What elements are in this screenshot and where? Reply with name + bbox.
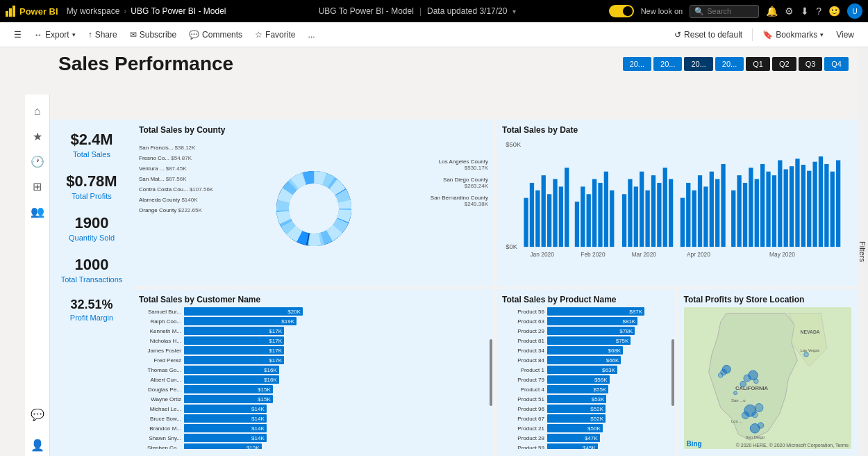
sidebar-favorites[interactable]: ★	[26, 125, 49, 147]
svg-rect-20	[565, 168, 569, 247]
reset-btn[interactable]: ↺ Reset to default	[669, 27, 748, 42]
logo: Power BI	[6, 6, 58, 17]
comments-btn[interactable]: 💬 Comments	[183, 27, 248, 42]
year-filter-2[interactable]: 20...	[653, 57, 682, 71]
date-chart-area: $50K $0K	[502, 138, 851, 279]
scrollbar[interactable]	[490, 339, 492, 406]
table-row: Product 81 $75K	[502, 336, 670, 345]
star-icon: ☆	[255, 30, 262, 40]
svg-rect-49	[755, 179, 759, 247]
bottom-right-charts: Total Sales by Product Name Product 56 $…	[496, 289, 857, 456]
favorite-btn[interactable]: ☆ Favorite	[249, 27, 301, 42]
svg-rect-18	[553, 179, 557, 247]
help-icon[interactable]: ?	[816, 6, 821, 17]
export-icon: ↔	[34, 30, 42, 40]
svg-point-10	[289, 184, 339, 234]
svg-rect-44	[721, 164, 725, 247]
table-row: Product 96 $52K	[502, 405, 670, 413]
download-icon[interactable]: ⬇	[801, 6, 809, 17]
quarter-filter-q2[interactable]: Q2	[772, 57, 796, 71]
dataset-info: UBG To Power BI - Model | Data updated 3…	[234, 6, 600, 16]
svg-text:NEVADA: NEVADA	[800, 329, 819, 334]
svg-text:Los ...: Los ...	[731, 419, 743, 423]
quarter-filter-q1[interactable]: Q1	[746, 57, 770, 71]
bookmarks-btn[interactable]: 🔖 Bookmarks ▾	[757, 27, 829, 42]
kpi-panel: $2.4M Total Sales $0.78M Total Profits 1…	[50, 120, 133, 456]
svg-rect-38	[686, 183, 690, 247]
svg-rect-2	[12, 6, 15, 17]
product-scrollbar[interactable]	[671, 339, 674, 406]
topbar-actions: New look on 🔍 🔔 ⚙ ⬇ ? 🙂 U	[609, 3, 862, 19]
map-chart: Total Profits by Store Location	[678, 289, 858, 456]
svg-rect-48	[749, 168, 753, 247]
filters-panel[interactable]: Filters	[857, 47, 868, 456]
svg-point-87	[758, 423, 764, 429]
share-btn[interactable]: ↑ Share	[83, 27, 123, 42]
more-btn[interactable]: ...	[302, 27, 320, 42]
page-title: Sales Performance	[58, 53, 623, 75]
search-input[interactable]	[707, 7, 756, 15]
sidebar-shared[interactable]: 👥	[26, 200, 49, 222]
bookmarks-chevron: ▾	[820, 31, 824, 38]
svg-rect-22	[581, 186, 585, 247]
subscribe-icon: ✉	[130, 30, 137, 40]
table-row: Product 79 $56K	[502, 375, 670, 384]
hamburger-btn[interactable]: ☰	[8, 27, 27, 42]
subscribe-btn[interactable]: ✉ Subscribe	[124, 27, 182, 42]
table-row: Product 67 $52K	[502, 414, 670, 423]
year-filter-3[interactable]: 20...	[684, 57, 712, 71]
new-look-toggle[interactable]	[609, 5, 634, 17]
sidebar-apps[interactable]: ⊞	[26, 175, 49, 197]
filter-buttons: 20... 20... 20... 20... Q1 Q2 Q3 Q4	[623, 57, 849, 71]
svg-point-78	[733, 391, 737, 395]
sidebar-profile[interactable]: 👤	[26, 434, 49, 456]
sidebar-chat[interactable]: 💬	[26, 403, 49, 425]
svg-text:San ...o: San ...o	[731, 398, 746, 402]
notification-icon[interactable]: 🔔	[766, 6, 778, 17]
date-chart: Total Sales by Date $50K $0K	[496, 120, 857, 286]
year-filter-4[interactable]: 20...	[715, 57, 744, 71]
dashboard-header: Sales Performance 20... 20... 20... 20..…	[50, 47, 857, 78]
top-bar: Power BI My workspace › UBG To Power BI …	[0, 0, 868, 22]
year-filter-1[interactable]: 20...	[623, 57, 651, 71]
sidebar-home[interactable]: ⌂	[26, 100, 49, 122]
svg-point-80	[722, 365, 731, 373]
quarter-filter-q3[interactable]: Q3	[799, 57, 823, 71]
svg-rect-53	[778, 161, 782, 247]
svg-rect-15	[535, 190, 540, 247]
sidebar-recent[interactable]: 🕐	[26, 150, 49, 172]
svg-rect-62	[831, 172, 835, 247]
view-btn[interactable]: View	[831, 27, 860, 42]
svg-rect-0	[6, 11, 8, 17]
svg-rect-25	[598, 183, 602, 247]
svg-text:Apr 2020: Apr 2020	[687, 251, 710, 258]
svg-rect-13	[524, 198, 528, 247]
export-chevron: ▾	[72, 31, 76, 38]
emoji-icon[interactable]: 🙂	[828, 6, 840, 17]
svg-text:San Diego: San Diego	[745, 435, 765, 439]
table-row: Product 29 $78K	[502, 327, 670, 335]
product-bars: Product 56 $87K Product 63 $81K Product …	[502, 307, 670, 449]
kpi-total-sales: $2.4M Total Sales	[56, 131, 128, 158]
table-row: Product 51 $53K	[502, 395, 670, 403]
avatar[interactable]: U	[847, 3, 862, 19]
table-row: James Foster $17K	[139, 346, 488, 355]
settings-icon[interactable]: ⚙	[785, 6, 794, 17]
separator	[752, 28, 753, 41]
svg-point-88	[803, 352, 808, 357]
svg-text:Mar 2020: Mar 2020	[632, 251, 657, 258]
svg-rect-58	[807, 171, 811, 247]
comments-icon: 💬	[189, 30, 199, 40]
table-row: Douglas Pe... $15K	[139, 385, 488, 393]
svg-rect-19	[559, 186, 563, 247]
filters-label[interactable]: Filters	[858, 241, 867, 262]
table-row: Michael Le... $14K	[139, 405, 488, 413]
svg-rect-28	[622, 194, 626, 247]
search-box[interactable]: 🔍	[690, 5, 759, 18]
quarter-filter-q4[interactable]: Q4	[824, 57, 849, 71]
kpi-total-transactions: 1000 Total Transactions	[56, 256, 128, 284]
export-btn[interactable]: ↔ Export ▾	[28, 27, 81, 42]
svg-rect-51	[766, 172, 770, 247]
svg-rect-16	[542, 175, 546, 247]
table-row: Thomas Go... $16K	[139, 366, 488, 374]
